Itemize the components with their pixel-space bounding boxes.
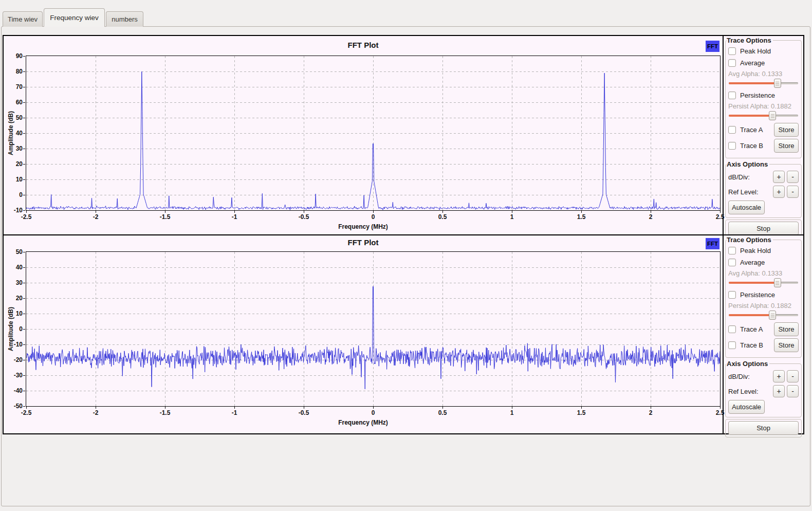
persistence-checkbox[interactable]: [728, 92, 736, 99]
plot-title: FFT Plot: [4, 41, 723, 49]
y-tick-mark: [23, 360, 25, 360]
trace-options-title: Trace Options: [727, 236, 773, 244]
ref-level-minus-button[interactable]: -: [787, 186, 799, 198]
trace-a-row: Trace A Store: [728, 322, 799, 336]
trace-b-checkbox[interactable]: [728, 341, 736, 349]
persist-alpha-label: Persist Alpha: 0.1882: [728, 302, 799, 309]
y-tick-label: 50: [4, 114, 23, 121]
avg-alpha-slider-handle[interactable]: [774, 278, 781, 287]
x-tick-mark: [234, 407, 235, 409]
x-tick-mark: [373, 407, 374, 409]
autoscale-button[interactable]: Autoscale: [728, 400, 765, 414]
x-tick-label: 1: [501, 409, 523, 416]
x-tick-label: -1.5: [154, 409, 176, 416]
x-tick-label: 0: [362, 409, 384, 416]
tab-time-view[interactable]: Time wiev: [3, 11, 43, 27]
y-tick-mark: [23, 133, 25, 134]
persist-alpha-slider-handle[interactable]: [769, 311, 776, 320]
x-tick-label: 1.5: [570, 409, 593, 416]
x-tick-mark: [165, 211, 165, 213]
avg-alpha-slider-handle[interactable]: [774, 79, 781, 88]
trace-b-checkbox[interactable]: [728, 142, 736, 150]
x-tick-label: 0.5: [431, 409, 454, 416]
store-trace-b-button[interactable]: Store: [774, 139, 799, 153]
trace-b-row: Trace B Store: [728, 338, 799, 352]
trace-a-label: Trace A: [740, 126, 763, 134]
trace-b-label: Trace B: [740, 142, 763, 150]
y-tick-label: 0: [4, 325, 23, 333]
average-checkbox[interactable]: [728, 259, 736, 266]
x-tick-mark: [373, 211, 374, 213]
persist-alpha-label: Persist Alpha: 0.1882: [728, 102, 799, 110]
ref-level-plus-button[interactable]: +: [773, 186, 785, 198]
ref-level-minus-button[interactable]: -: [787, 385, 799, 397]
trace-b-label: Trace B: [740, 341, 763, 349]
fft-plot-canvas-1[interactable]: [26, 56, 720, 210]
x-tick-mark: [720, 211, 721, 213]
trace-a-checkbox[interactable]: [728, 325, 736, 333]
x-tick-label: 2.5: [709, 213, 731, 221]
db-div-row: dB/Div: + -: [728, 171, 799, 183]
avg-alpha-slider[interactable]: [729, 79, 798, 88]
ref-level-label: Ref Level:: [728, 188, 771, 196]
db-div-plus-button[interactable]: +: [773, 370, 785, 382]
ref-level-row: Ref Level: + -: [728, 385, 799, 397]
avg-alpha-slider[interactable]: [729, 278, 798, 287]
fft-sink-1: FFT Plot FFT Amplitude (dB) Frequency (M…: [3, 35, 804, 235]
x-tick-mark: [304, 407, 304, 409]
x-tick-mark: [512, 211, 512, 213]
y-tick-mark: [23, 406, 25, 407]
store-trace-a-button[interactable]: Store: [774, 123, 799, 137]
plot-canvas-frame: [26, 56, 721, 211]
persistence-checkbox[interactable]: [728, 291, 736, 299]
x-tick-mark: [96, 211, 96, 213]
ref-level-label: Ref Level:: [728, 388, 771, 395]
y-tick-label: 40: [4, 264, 23, 271]
x-tick-mark: [442, 211, 443, 213]
trace-a-checkbox[interactable]: [728, 126, 736, 134]
peak-hold-checkbox[interactable]: [728, 247, 736, 254]
persist-alpha-slider-handle[interactable]: [769, 111, 776, 120]
x-tick-mark: [720, 407, 721, 409]
avg-alpha-label: Avg Alpha: 0.1333: [728, 269, 799, 277]
y-tick-mark: [23, 267, 25, 268]
fft-menu-badge[interactable]: FFT: [706, 41, 719, 52]
stop-button[interactable]: Stop: [728, 222, 799, 235]
y-tick-label: 10: [4, 176, 23, 183]
store-trace-b-button[interactable]: Store: [774, 338, 799, 352]
persist-alpha-slider[interactable]: [729, 311, 798, 320]
axis-options-title: Axis Options: [727, 360, 769, 368]
x-tick-mark: [581, 211, 582, 213]
store-trace-a-button[interactable]: Store: [774, 322, 799, 336]
tab-frequency-view[interactable]: Frequency wiev: [44, 8, 105, 27]
y-tick-label: 90: [4, 52, 23, 60]
persist-alpha-slider[interactable]: [729, 111, 798, 120]
db-div-minus-button[interactable]: -: [787, 370, 799, 382]
fft-plot-canvas-2[interactable]: [26, 252, 720, 406]
x-axis-title: Frequency (MHz): [4, 419, 723, 426]
x-tick-label: 1: [501, 213, 523, 221]
ref-level-plus-button[interactable]: +: [773, 385, 785, 397]
x-tick-mark: [442, 407, 443, 409]
tab-numbers[interactable]: numbers: [106, 11, 143, 27]
y-tick-label: 0: [4, 191, 23, 198]
x-tick-label: -0.5: [292, 409, 315, 416]
db-div-plus-button[interactable]: +: [773, 171, 785, 183]
x-tick-label: -2.5: [15, 409, 38, 416]
db-div-minus-button[interactable]: -: [787, 171, 799, 183]
stop-button[interactable]: Stop: [728, 421, 799, 435]
x-tick-mark: [651, 407, 651, 409]
ref-level-row: Ref Level: + -: [728, 186, 799, 198]
trace-options-group: Trace Options Peak Hold Average Avg Alph…: [725, 36, 802, 158]
autoscale-button[interactable]: Autoscale: [728, 200, 765, 214]
peak-hold-row: Peak Hold: [728, 46, 799, 56]
fft-menu-badge[interactable]: FFT: [706, 238, 719, 249]
control-panel-2: Trace Options Peak Hold Average Avg Alph…: [724, 235, 803, 433]
average-checkbox[interactable]: [728, 59, 736, 67]
x-tick-label: -2: [84, 409, 107, 416]
x-tick-label: 1.5: [570, 213, 593, 221]
trace-b-row: Trace B Store: [728, 139, 799, 153]
peak-hold-checkbox[interactable]: [728, 47, 736, 55]
control-panel-1: Trace Options Peak Hold Average Avg Alph…: [724, 36, 803, 234]
plot-title: FFT Plot: [4, 238, 723, 247]
